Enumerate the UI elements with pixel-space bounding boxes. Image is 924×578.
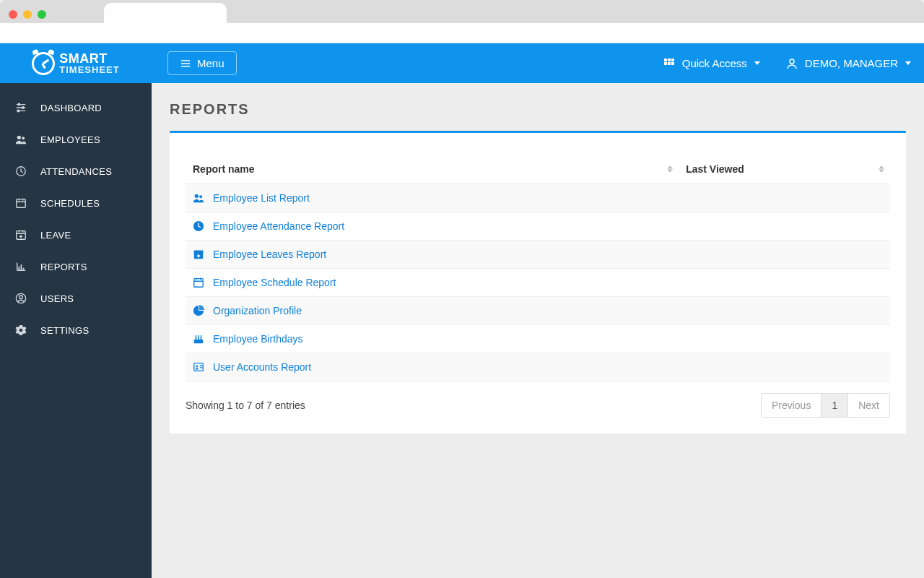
svg-rect-2 — [671, 59, 674, 61]
sidebar-item-users[interactable]: USERS — [0, 282, 152, 314]
svg-point-24 — [196, 335, 197, 337]
sidebar-item-schedules[interactable]: SCHEDULES — [0, 187, 152, 219]
sidebar-item-label: SCHEDULES — [40, 198, 100, 209]
col-report-name-label: Report name — [193, 163, 255, 175]
sidebar-item-dashboard[interactable]: DASHBOARD — [0, 92, 152, 124]
pie-chart-icon — [193, 305, 204, 316]
app-logo[interactable]: SMART TIMESHEET — [0, 52, 152, 75]
sidebar-item-reports[interactable]: REPORTS — [0, 251, 152, 282]
pager-next-button[interactable]: Next — [847, 393, 890, 418]
svg-point-18 — [199, 195, 202, 198]
svg-point-11 — [22, 137, 25, 139]
pager-page-1-button[interactable]: 1 — [821, 393, 847, 418]
close-dot-icon[interactable] — [9, 10, 17, 19]
svg-rect-22 — [194, 279, 203, 288]
report-label: Employee List Report — [213, 192, 310, 204]
col-last-viewed-label: Last Viewed — [686, 163, 744, 175]
svg-point-16 — [19, 296, 22, 298]
last-viewed-cell — [679, 241, 890, 269]
logo-line1: SMART — [59, 52, 119, 65]
svg-point-17 — [195, 194, 199, 198]
sidebar: DASHBOARD EMPLOYEES ATTENDANCES SCHEDULE… — [0, 83, 152, 578]
pager-previous-button[interactable]: Previous — [761, 393, 821, 418]
sidebar-item-settings[interactable]: SETTINGS — [0, 314, 152, 346]
sidebar-item-label: EMPLOYEES — [40, 134, 100, 145]
clock-solid-icon — [193, 220, 204, 232]
hamburger-icon — [180, 58, 191, 69]
last-viewed-cell — [679, 184, 890, 212]
report-link[interactable]: Employee Leaves Report — [193, 249, 671, 260]
users-icon — [193, 192, 204, 204]
svg-rect-21 — [194, 251, 203, 254]
sidebar-item-leave[interactable]: LEAVE — [0, 219, 152, 251]
report-link[interactable]: Organization Profile — [193, 305, 671, 316]
users-icon — [14, 134, 27, 145]
page-title: REPORTS — [170, 101, 906, 118]
reports-card: Report name Last Viewed Employee Li — [170, 131, 906, 434]
svg-rect-13 — [17, 199, 25, 208]
gear-icon — [14, 324, 27, 336]
minimize-dot-icon[interactable] — [23, 10, 32, 19]
report-label: Employee Birthdays — [213, 333, 303, 345]
report-label: Employee Leaves Report — [213, 249, 326, 260]
report-link[interactable]: Employee Birthdays — [193, 333, 671, 345]
calendar-icon — [193, 277, 204, 288]
last-viewed-cell — [679, 353, 890, 381]
svg-rect-5 — [671, 62, 674, 65]
chevron-down-icon — [905, 61, 911, 65]
pagination: Previous 1 Next — [761, 393, 890, 418]
calendar-plus-icon — [193, 249, 204, 260]
calendar-icon — [14, 197, 27, 209]
traffic-lights — [9, 10, 46, 19]
col-last-viewed[interactable]: Last Viewed — [679, 155, 890, 184]
table-row: Employee List Report — [186, 184, 890, 212]
sidebar-item-label: REPORTS — [40, 262, 87, 272]
sidebar-item-employees[interactable]: EMPLOYEES — [0, 124, 152, 155]
last-viewed-cell — [679, 325, 890, 353]
user-circle-icon — [14, 293, 27, 304]
sidebar-item-label: USERS — [40, 293, 74, 304]
report-label: User Accounts Report — [213, 361, 311, 373]
logo-text: SMART TIMESHEET — [59, 52, 119, 74]
sidebar-item-attendances[interactable]: ATTENDANCES — [0, 155, 152, 187]
col-report-name[interactable]: Report name — [186, 155, 679, 184]
app-topbar: SMART TIMESHEET Menu Quick Access DEMO, … — [0, 43, 924, 83]
svg-rect-23 — [194, 340, 203, 343]
menu-button[interactable]: Menu — [167, 51, 237, 75]
window-chrome — [0, 0, 924, 23]
quick-access-dropdown[interactable]: Quick Access — [650, 57, 773, 69]
last-viewed-cell — [679, 212, 890, 241]
table-row: User Accounts Report — [186, 353, 890, 381]
id-card-icon — [193, 361, 204, 373]
sidebar-item-label: DASHBOARD — [40, 103, 102, 113]
user-label: DEMO, MANAGER — [805, 57, 898, 69]
report-link[interactable]: Employee Schedule Report — [193, 277, 671, 288]
svg-point-8 — [22, 107, 24, 109]
svg-point-6 — [790, 59, 794, 64]
table-row: Employee Attendance Report — [186, 212, 890, 241]
logo-line2: TIMESHEET — [59, 65, 119, 74]
user-menu-dropdown[interactable]: DEMO, MANAGER — [773, 57, 924, 69]
grid-icon — [663, 58, 675, 69]
report-link[interactable]: Employee List Report — [193, 192, 671, 204]
sidebar-item-label: ATTENDANCES — [40, 166, 112, 177]
report-link[interactable]: User Accounts Report — [193, 361, 671, 373]
svg-point-7 — [18, 103, 20, 105]
sidebar-item-label: LEAVE — [40, 230, 71, 241]
svg-point-25 — [198, 335, 199, 337]
last-viewed-cell — [679, 297, 890, 325]
table-row: Employee Leaves Report — [186, 241, 890, 269]
report-label: Employee Schedule Report — [213, 277, 336, 288]
report-link[interactable]: Employee Attendance Report — [193, 220, 671, 232]
birthday-icon — [193, 333, 204, 345]
browser-toolbar — [0, 23, 924, 43]
clock-logo-icon — [32, 52, 55, 75]
zoom-dot-icon[interactable] — [38, 10, 46, 19]
calendar-plus-icon — [14, 229, 27, 241]
svg-rect-0 — [664, 59, 667, 61]
sort-icon — [667, 166, 673, 173]
report-label: Organization Profile — [213, 305, 302, 316]
browser-tab[interactable] — [104, 3, 227, 23]
sliders-icon — [14, 102, 27, 113]
svg-point-26 — [201, 335, 202, 337]
